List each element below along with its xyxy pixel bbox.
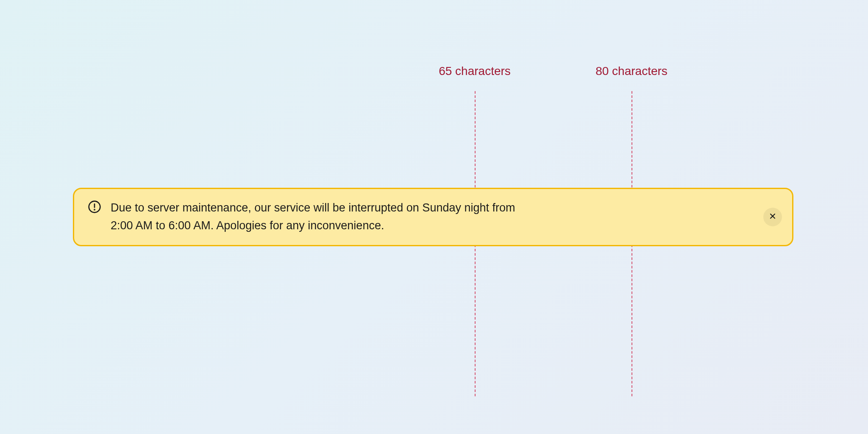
banner-message: Due to server maintenance, our service w… bbox=[111, 199, 534, 235]
alert-circle-icon bbox=[88, 200, 101, 214]
marker-label-80: 80 characters bbox=[595, 64, 668, 78]
marker-label-65: 65 characters bbox=[439, 64, 511, 78]
close-button[interactable] bbox=[763, 208, 782, 226]
svg-point-2 bbox=[94, 209, 95, 210]
marker-labels-container: 65 characters 80 characters bbox=[0, 64, 868, 81]
warning-banner: Due to server maintenance, our service w… bbox=[73, 188, 793, 246]
close-icon bbox=[768, 212, 777, 222]
